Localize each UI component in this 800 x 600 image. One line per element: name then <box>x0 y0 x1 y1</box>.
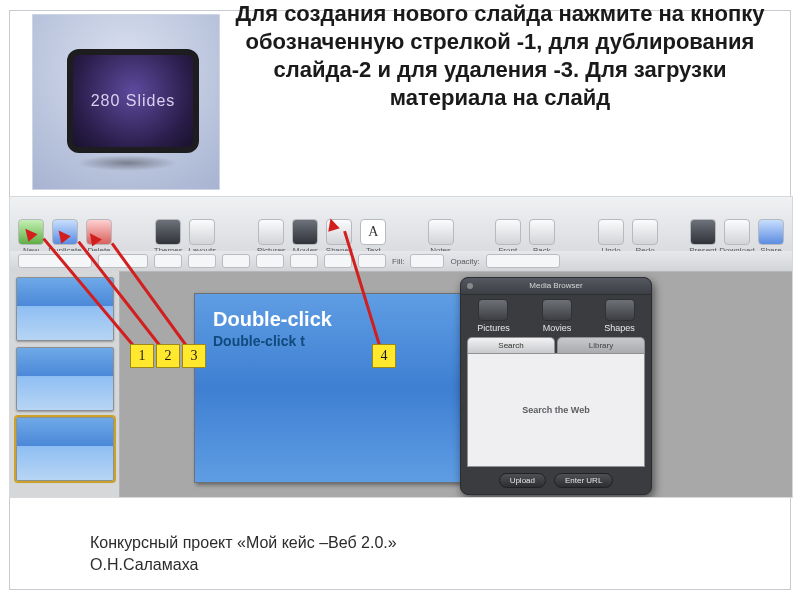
logo-screen-frame: 280 Slides <box>67 49 199 153</box>
bold-button[interactable] <box>154 254 182 268</box>
layouts-button[interactable]: Layouts <box>187 219 217 255</box>
bring-front-icon <box>495 219 521 245</box>
undo-icon <box>598 219 624 245</box>
share-button[interactable]: Share <box>756 219 786 255</box>
pictures-button[interactable]: Pictures <box>256 219 286 255</box>
media-cat-label: Pictures <box>477 323 510 333</box>
align-right-button[interactable] <box>324 254 352 268</box>
download-button[interactable]: Download <box>722 219 752 255</box>
callout-2: 2 <box>156 344 180 368</box>
media-cat-pictures[interactable]: Pictures <box>477 299 510 333</box>
media-tabs: Search Library <box>467 337 645 353</box>
media-browser-panel: Media Browser Pictures Movies Shapes Sea… <box>460 277 652 495</box>
text-icon <box>360 219 386 245</box>
notes-icon <box>428 219 454 245</box>
movies-button[interactable]: Movies <box>290 219 320 255</box>
front-button[interactable]: Front <box>493 219 523 255</box>
opacity-slider[interactable] <box>486 254 560 268</box>
toolbar-group-history: Undo Redo <box>596 219 660 255</box>
back-button[interactable]: Back <box>527 219 557 255</box>
movies-icon <box>542 299 572 321</box>
download-icon <box>724 219 750 245</box>
media-browser-title: Media Browser <box>529 281 582 290</box>
media-categories: Pictures Movies Shapes <box>461 295 651 335</box>
share-icon <box>758 219 784 245</box>
media-cat-label: Shapes <box>604 323 635 333</box>
toolbar-group-right: Present Download Share <box>688 219 786 255</box>
toolbar-group-arrange: Front Back <box>493 219 557 255</box>
media-browser-titlebar[interactable]: Media Browser <box>461 278 651 295</box>
callout-3: 3 <box>182 344 206 368</box>
undo-button[interactable]: Undo <box>596 219 626 255</box>
media-cat-shapes[interactable]: Shapes <box>604 299 635 333</box>
tab-search[interactable]: Search <box>467 337 555 353</box>
align-left-button[interactable] <box>256 254 284 268</box>
slide-thumbnail[interactable]: 3 <box>16 417 114 481</box>
callout-1: 1 <box>130 344 154 368</box>
slide-thumbnail[interactable]: 2 <box>16 347 114 411</box>
underline-button[interactable] <box>222 254 250 268</box>
redo-icon <box>632 219 658 245</box>
movies-icon <box>292 219 318 245</box>
pictures-icon <box>258 219 284 245</box>
layouts-icon <box>189 219 215 245</box>
themes-icon <box>155 219 181 245</box>
media-cat-label: Movies <box>543 323 572 333</box>
pictures-icon <box>478 299 508 321</box>
logo-shadow <box>77 155 177 171</box>
present-icon <box>690 219 716 245</box>
credit-text: Конкурсный проект «Мой кейс –Веб 2.0.» О… <box>90 532 397 576</box>
fill-label: Fill: <box>392 257 404 266</box>
logo-text: 280 Slides <box>73 55 193 147</box>
tab-library[interactable]: Library <box>557 337 645 353</box>
redo-button[interactable]: Redo <box>630 219 660 255</box>
text-button[interactable]: Text <box>358 219 388 255</box>
media-footer: Upload Enter URL <box>461 473 651 494</box>
font-family-select[interactable] <box>18 254 92 268</box>
callout-4: 4 <box>372 344 396 368</box>
logo-panel: 280 Slides <box>32 14 220 190</box>
slide-thumbnail[interactable]: 1 <box>16 277 114 341</box>
enter-url-button[interactable]: Enter URL <box>554 473 613 488</box>
toolbar-group-insert: Pictures Movies Shapes Text <box>256 219 388 255</box>
fill-color[interactable] <box>410 254 444 268</box>
themes-button[interactable]: Themes <box>153 219 183 255</box>
notes-button[interactable]: Notes <box>428 219 454 255</box>
instruction-heading: Для создания нового слайда нажмите на кн… <box>220 0 780 112</box>
opacity-label: Opacity: <box>450 257 479 266</box>
present-button[interactable]: Present <box>688 219 718 255</box>
send-back-icon <box>529 219 555 245</box>
slide-thumbnail-panel: 1 2 3 <box>10 271 120 497</box>
toolbar-group-themes: Themes Layouts <box>153 219 217 255</box>
bullets-button[interactable] <box>358 254 386 268</box>
italic-button[interactable] <box>188 254 216 268</box>
media-cat-movies[interactable]: Movies <box>542 299 572 333</box>
shapes-icon <box>605 299 635 321</box>
upload-button[interactable]: Upload <box>499 473 546 488</box>
close-icon[interactable] <box>467 283 473 289</box>
align-center-button[interactable] <box>290 254 318 268</box>
editor-app: New Duplicate Delete Themes <box>9 196 793 498</box>
media-search-body[interactable]: Search the Web <box>467 353 645 467</box>
